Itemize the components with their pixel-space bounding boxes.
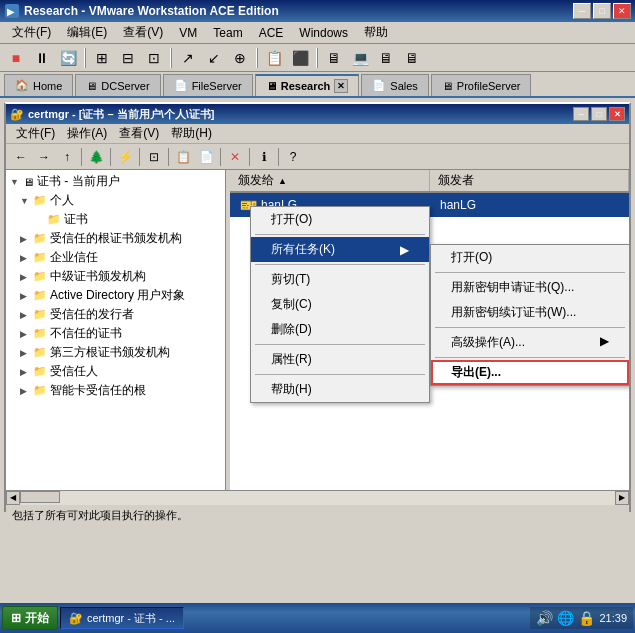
- certmgr-forward[interactable]: →: [33, 147, 55, 167]
- pause-button[interactable]: ⏸: [30, 47, 54, 69]
- ctx-open[interactable]: 打开(O): [251, 207, 429, 232]
- ctx2-export[interactable]: 导出(E)...: [431, 360, 629, 385]
- tool-btn-4[interactable]: ↗: [176, 47, 200, 69]
- certmgr-show-hide[interactable]: 🌲: [85, 147, 107, 167]
- col-issued-to[interactable]: 颁发给 ▲: [230, 170, 430, 191]
- tab-research[interactable]: 🖥 Research ✕: [255, 74, 360, 96]
- tree-personal[interactable]: ▼ 📁 个人: [6, 191, 225, 210]
- ctx-delete[interactable]: 删除(D): [251, 317, 429, 342]
- ctx-all-tasks[interactable]: 所有任务(K) ▶: [251, 237, 429, 262]
- tool-btn-6[interactable]: ⊕: [228, 47, 252, 69]
- certmgr-menu-action[interactable]: 操作(A): [61, 124, 113, 143]
- certmgr-back[interactable]: ←: [10, 147, 32, 167]
- certmgr-menu-help[interactable]: 帮助(H): [165, 124, 218, 143]
- ctx2-advanced-arrow: ▶: [600, 334, 609, 351]
- tool-btn-3[interactable]: ⊡: [142, 47, 166, 69]
- tree-untrusted[interactable]: ▶ 📁 不信任的证书: [6, 324, 225, 343]
- tab-research-close[interactable]: ✕: [334, 79, 348, 93]
- certmgr-maximize[interactable]: □: [591, 107, 607, 121]
- tree-trusted-people-label: 受信任人: [50, 363, 98, 380]
- h-scroll-track[interactable]: [20, 491, 615, 505]
- tab-sales[interactable]: 📄 Sales: [361, 74, 429, 96]
- close-button[interactable]: ✕: [613, 3, 631, 19]
- tab-fileserver[interactable]: 📄 FileServer: [163, 74, 253, 96]
- start-button[interactable]: ⊞ 开始: [2, 606, 58, 630]
- certmgr-menu-view[interactable]: 查看(V): [113, 124, 165, 143]
- computer-icon: 🖥: [23, 176, 34, 188]
- menu-vm[interactable]: VM: [171, 24, 205, 42]
- ctx2-request-cert[interactable]: 用新密钥申请证书(Q)...: [431, 275, 629, 300]
- certmgr-close[interactable]: ✕: [609, 107, 625, 121]
- tool-btn-7[interactable]: 📋: [262, 47, 286, 69]
- menu-help[interactable]: 帮助: [356, 22, 396, 43]
- ctx-sep-1: [255, 234, 425, 235]
- h-scroll-left[interactable]: ◀: [6, 491, 20, 505]
- tree-enterprise[interactable]: ▶ 📁 企业信任: [6, 248, 225, 267]
- tree-trusted-people[interactable]: ▶ 📁 受信任人: [6, 362, 225, 381]
- ctx-properties[interactable]: 属性(R): [251, 347, 429, 372]
- tree-expand-trusted-root: ▶: [20, 234, 30, 244]
- tree-third-party[interactable]: ▶ 📁 第三方根证书颁发机构: [6, 343, 225, 362]
- ctx2-open[interactable]: 打开(O): [431, 245, 629, 270]
- tool-btn-5[interactable]: ↙: [202, 47, 226, 69]
- ctx-copy[interactable]: 复制(C): [251, 292, 429, 317]
- ctx2-sep-3: [435, 357, 625, 358]
- menu-bar: 文件(F) 编辑(E) 查看(V) VM Team ACE Windows 帮助: [0, 22, 635, 44]
- certmgr-task-label: certmgr - 证书 - ...: [87, 611, 175, 626]
- tool-btn-10[interactable]: 💻: [348, 47, 372, 69]
- context-menu-2: 打开(O) 用新密钥申请证书(Q)... 用新密钥续订证书(W)... 高级操作…: [430, 244, 629, 386]
- h-scroll-thumb[interactable]: [20, 491, 60, 503]
- window-title: Research - VMware Workstation ACE Editio…: [24, 4, 573, 18]
- tree-expand-people: ▶: [20, 367, 30, 377]
- menu-ace[interactable]: ACE: [251, 24, 292, 42]
- tool-btn-8[interactable]: ⬛: [288, 47, 312, 69]
- certmgr-new-window[interactable]: ⊡: [143, 147, 165, 167]
- tool-btn-2[interactable]: ⊟: [116, 47, 140, 69]
- ctx2-advanced[interactable]: 高级操作(A)... ▶: [431, 330, 629, 355]
- menu-file[interactable]: 文件(F): [4, 22, 59, 43]
- certmgr-delete[interactable]: ✕: [224, 147, 246, 167]
- tab-home[interactable]: 🏠 Home: [4, 74, 73, 96]
- h-scroll-right[interactable]: ▶: [615, 491, 629, 505]
- tree-certs[interactable]: 📁 证书: [6, 210, 225, 229]
- ctx2-renew-cert[interactable]: 用新密钥续订证书(W)...: [431, 300, 629, 325]
- certmgr-action-btn[interactable]: ⚡: [114, 147, 136, 167]
- maximize-button[interactable]: □: [593, 3, 611, 19]
- certmgr-menu-file[interactable]: 文件(F): [10, 124, 61, 143]
- refresh-button[interactable]: 🔄: [56, 47, 80, 69]
- cert-tree-panel[interactable]: ▼ 🖥 证书 - 当前用户 ▼ 📁 个人 📁 证书 ▶ 📁 受信任的根证书颁发机…: [6, 170, 226, 490]
- certmgr-help[interactable]: ?: [282, 147, 304, 167]
- tree-smartcard[interactable]: ▶ 📁 智能卡受信任的根: [6, 381, 225, 400]
- tree-ad-users[interactable]: ▶ 📁 Active Directory 用户对象: [6, 286, 225, 305]
- menu-edit[interactable]: 编辑(E): [59, 22, 115, 43]
- certmgr-properties[interactable]: ℹ: [253, 147, 275, 167]
- power-button[interactable]: ■: [4, 47, 28, 69]
- profileserver-icon: 🖥: [442, 80, 453, 92]
- col-issued-by[interactable]: 颁发者: [430, 170, 629, 191]
- minimize-button[interactable]: ─: [573, 3, 591, 19]
- ctx-all-tasks-label: 所有任务(K): [271, 241, 335, 258]
- ctx-cut[interactable]: 剪切(T): [251, 267, 429, 292]
- menu-windows[interactable]: Windows: [291, 24, 356, 42]
- tool-btn-12[interactable]: 🖥: [400, 47, 424, 69]
- menu-team[interactable]: Team: [205, 24, 250, 42]
- certmgr-up[interactable]: ↑: [56, 147, 78, 167]
- tool-btn-9[interactable]: 🖥: [322, 47, 346, 69]
- certmgr-copy[interactable]: 📋: [172, 147, 194, 167]
- certmgr-minimize[interactable]: ─: [573, 107, 589, 121]
- tab-dcserver-label: DCServer: [101, 80, 149, 92]
- ctx-help[interactable]: 帮助(H): [251, 377, 429, 402]
- tool-btn-11[interactable]: 🖥: [374, 47, 398, 69]
- taskbar-certmgr[interactable]: 🔐 certmgr - 证书 - ...: [60, 607, 184, 629]
- tool-btn-1[interactable]: ⊞: [90, 47, 114, 69]
- tab-profileserver[interactable]: 🖥 ProfileServer: [431, 74, 532, 96]
- tree-trusted-publishers[interactable]: ▶ 📁 受信任的发行者: [6, 305, 225, 324]
- tree-root[interactable]: ▼ 🖥 证书 - 当前用户: [6, 172, 225, 191]
- h-scrollbar[interactable]: ◀ ▶: [6, 490, 629, 504]
- ctx-sep-3: [255, 344, 425, 345]
- tree-trusted-root[interactable]: ▶ 📁 受信任的根证书颁发机构: [6, 229, 225, 248]
- certmgr-paste[interactable]: 📄: [195, 147, 217, 167]
- tab-dcserver[interactable]: 🖥 DCServer: [75, 74, 160, 96]
- menu-view[interactable]: 查看(V): [115, 22, 171, 43]
- tree-intermediate[interactable]: ▶ 📁 中级证书颁发机构: [6, 267, 225, 286]
